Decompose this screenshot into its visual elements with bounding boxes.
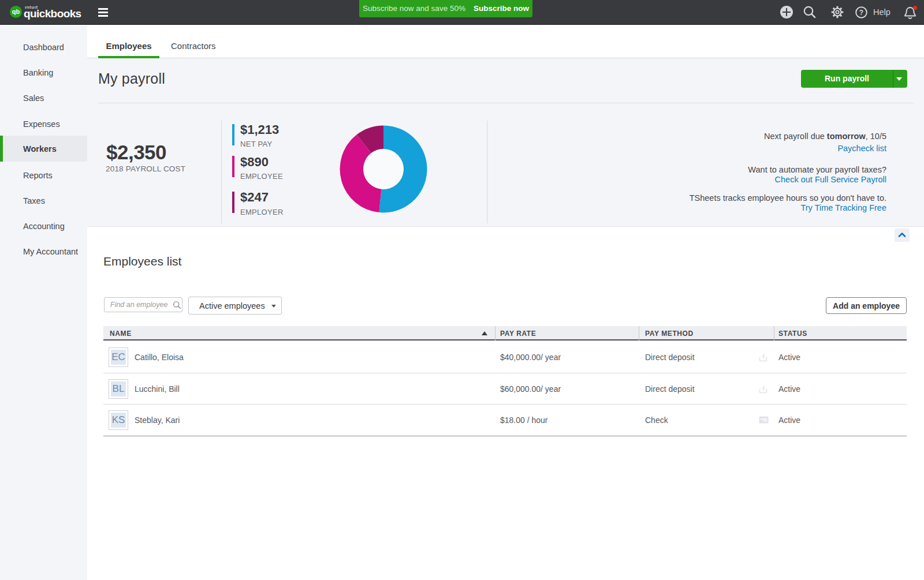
svg-text:?: ? xyxy=(859,9,863,17)
